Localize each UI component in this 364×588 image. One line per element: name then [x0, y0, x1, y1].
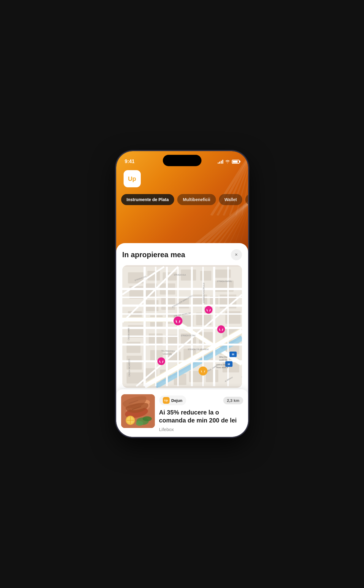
- place-category-label: Dejun: [171, 398, 182, 403]
- svg-text:STRADA VLA: STRADA VLA: [174, 274, 186, 276]
- svg-point-112: [143, 416, 152, 421]
- svg-text:STRADA FOISORULUI: STRADA FOISORULUI: [202, 283, 205, 303]
- up-tag-logo: Up: [163, 397, 170, 404]
- place-distance: 2,3 km: [223, 397, 243, 404]
- food-image: [121, 394, 155, 428]
- svg-text:CALEA UNIRII: CALEA UNIRII: [127, 328, 129, 340]
- map-container[interactable]: M M Lidl STRADA LOG STRADA VLA STRADA RA…: [122, 265, 242, 388]
- svg-text:metrou mihai: metrou mihai: [216, 364, 228, 366]
- svg-point-113: [136, 421, 143, 426]
- map-section: In apropierea mea ×: [116, 243, 248, 388]
- svg-text:Mihai Bra: Mihai Bra: [219, 356, 227, 358]
- svg-line-105: [130, 403, 140, 407]
- map-svg: M M Lidl STRADA LOG STRADA VLA STRADA RA…: [122, 265, 242, 388]
- place-category-tag: Up Dejun: [159, 395, 186, 405]
- svg-text:Titu Maiorescu: Titu Maiorescu: [161, 350, 175, 352]
- header-decoration-bottom: [190, 200, 248, 249]
- status-time: 9:41: [125, 159, 135, 164]
- map-title: In apropierea mea: [122, 250, 185, 259]
- phone-frame: 9:41: [116, 151, 248, 437]
- nav-tabs: Instrumente de Plata Multibeneficii Wall…: [121, 194, 248, 205]
- tab-tranz[interactable]: Tranz: [245, 194, 248, 205]
- place-tags: Up Dejun 2,3 km: [159, 395, 243, 405]
- svg-rect-34: [126, 342, 140, 353]
- tab-instrumente[interactable]: Instrumente de Plata: [121, 194, 174, 205]
- svg-text:metro sta: metro sta: [219, 359, 227, 361]
- tab-wallet[interactable]: Wallet: [219, 194, 243, 205]
- svg-text:University: University: [163, 353, 172, 355]
- svg-line-106: [132, 407, 141, 410]
- svg-text:M: M: [228, 363, 230, 366]
- svg-line-104: [129, 400, 138, 403]
- place-promo-text: Ai 35% reducere la o comanda de min 200 …: [159, 408, 243, 424]
- place-image: [121, 394, 155, 428]
- place-card[interactable]: Up Dejun 2,3 km Ai 35% reducere la o com…: [116, 389, 248, 437]
- dynamic-island: [163, 155, 201, 166]
- wifi-icon: [225, 160, 230, 163]
- up-logo[interactable]: Up: [124, 170, 141, 187]
- status-icons: [218, 159, 239, 164]
- up-logo-text: Up: [128, 175, 136, 182]
- battery-icon: [232, 160, 239, 164]
- svg-text:CALEA VACARESTI: CALEA VACARESTI: [128, 359, 130, 376]
- signal-icon: [218, 159, 223, 164]
- svg-rect-21: [200, 271, 211, 281]
- svg-text:STRADA OCTAV: STRADA OCTAV: [181, 334, 196, 337]
- phone-screen: 9:41: [116, 151, 248, 437]
- svg-text:STRADA RARĂU: STRADA RARĂU: [217, 280, 232, 282]
- svg-text:bravu iesire A: bravu iesire A: [216, 366, 228, 368]
- svg-rect-38: [161, 297, 175, 310]
- svg-text:STRADA CĂLUGARENI: STRADA CĂLUGARENI: [188, 348, 209, 350]
- tab-multibeneficii[interactable]: Multibeneficii: [177, 194, 216, 205]
- close-button[interactable]: ×: [231, 249, 242, 260]
- map-header: In apropierea mea ×: [122, 249, 242, 260]
- content-panel: In apropierea mea ×: [116, 243, 248, 437]
- svg-text:M: M: [232, 353, 234, 356]
- place-info: Up Dejun 2,3 km Ai 35% reducere la o com…: [159, 394, 243, 432]
- place-name: Lifebox: [159, 427, 243, 432]
